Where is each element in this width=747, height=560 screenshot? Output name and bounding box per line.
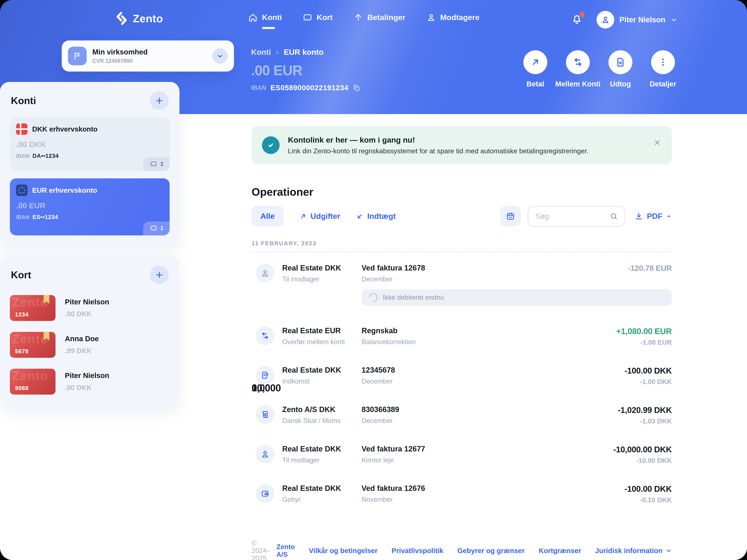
iban-label: IBAN bbox=[251, 84, 266, 91]
detaljer-button[interactable]: Detaljer bbox=[642, 50, 684, 88]
footer-link-privacy[interactable]: Privatlivspolitik bbox=[392, 547, 443, 555]
denmark-flag-icon bbox=[16, 124, 27, 135]
card-watermark: Zento bbox=[12, 332, 48, 346]
accounts-panel: Konti DKK erhvervskonto 12,500.00 DKK IB… bbox=[0, 82, 179, 246]
account-iban: IBAN ES••1234 bbox=[16, 214, 163, 220]
account-item-dkk[interactable]: DKK erhvervskonto 12,500.00 DKK IBAN DA•… bbox=[10, 117, 170, 171]
tx-amount: -120.78 EUR bbox=[584, 264, 672, 273]
filter-expenses-tab[interactable]: Udgifter bbox=[299, 212, 340, 221]
chevron-down-icon[interactable] bbox=[212, 48, 228, 64]
company-selector[interactable]: Min virksomhed CVR 124567890 bbox=[62, 41, 234, 72]
transaction-row[interactable]: Real Estate DKK Til modtager Ved faktura… bbox=[252, 435, 672, 464]
transaction-row[interactable]: Real Estate DKK Gebyr Ved faktura 12676 … bbox=[252, 475, 672, 504]
brand-logo[interactable]: Zento bbox=[115, 11, 163, 25]
footer: © 2024–2025 Zento A/S Vilkår og betingel… bbox=[252, 539, 672, 560]
search-input-wrapper bbox=[527, 206, 625, 226]
close-icon[interactable] bbox=[653, 138, 662, 147]
transfer-icon bbox=[566, 50, 590, 74]
card-thumbnail: Zento 9988 bbox=[10, 369, 55, 395]
tx-detail: Ved faktura 12677 bbox=[362, 445, 584, 453]
add-card-button[interactable] bbox=[150, 265, 169, 284]
iban-value: ES••1234 bbox=[32, 214, 58, 220]
app-window: Zento Konti Kort Betalinger bbox=[0, 0, 747, 560]
tx-amount: -10,000.00 DKK bbox=[584, 445, 672, 454]
filter-income-tab[interactable]: Indtægt bbox=[356, 212, 396, 221]
card-watermark: Zento bbox=[12, 295, 48, 309]
tx-detail: Ved faktura 12676 bbox=[362, 484, 584, 492]
account-balance: 1,000.00 EUR bbox=[251, 62, 360, 78]
iban-row: IBAN ES0589000022191234 bbox=[251, 84, 360, 92]
udtog-button[interactable]: Udtog bbox=[599, 50, 642, 88]
date-filter-button[interactable] bbox=[500, 206, 521, 226]
action-label: Betal bbox=[526, 80, 544, 88]
flag-icon bbox=[68, 47, 87, 65]
income-invoice-icon bbox=[256, 366, 275, 384]
breadcrumb: Konti › EUR konto bbox=[251, 48, 360, 57]
nav-label: Kort bbox=[317, 13, 333, 22]
nav-item-kort[interactable]: Kort bbox=[303, 12, 333, 22]
search-input[interactable] bbox=[535, 212, 609, 221]
tx-name: Real Estate DKK bbox=[282, 264, 362, 272]
mellem-konti-button[interactable]: Mellem Konti bbox=[557, 50, 599, 88]
zento-logo-icon bbox=[115, 11, 128, 25]
card-item-1234[interactable]: Zento 1234 Piter Nielson 10,000.00 DKK bbox=[10, 295, 170, 321]
copy-icon[interactable] bbox=[353, 84, 360, 92]
betal-button[interactable]: Betal bbox=[514, 50, 557, 88]
balance-fraction: .99 DKK bbox=[65, 347, 92, 355]
document-icon bbox=[609, 50, 633, 74]
filter-all-tab[interactable]: Alle bbox=[252, 206, 284, 226]
nav-item-konti[interactable]: Konti bbox=[248, 12, 282, 22]
card-thumbnail: Zento 1234 bbox=[10, 295, 55, 321]
page: Zento Konti Kort Betalinger bbox=[0, 0, 747, 560]
account-name: DKK erhvervskonto bbox=[32, 125, 98, 133]
filter-label: Udgifter bbox=[311, 212, 340, 221]
arrow-down-left-icon bbox=[356, 212, 364, 220]
card-item-5678[interactable]: Zento 5678 Anna Doe 0,00.99 DKK bbox=[10, 332, 170, 358]
breadcrumb-root[interactable]: Konti bbox=[251, 48, 271, 57]
pdf-label: PDF bbox=[647, 212, 663, 221]
footer-link-fees[interactable]: Gebyrer og grænser bbox=[457, 547, 525, 555]
footer-link-legal[interactable]: Juridisk information bbox=[595, 547, 672, 555]
tx-detail-sub: Balancekorrektion bbox=[362, 338, 584, 346]
transaction-row[interactable]: Real Estate DKK Indkomst 12345678 Decemb… bbox=[252, 356, 672, 385]
transaction-row[interactable]: Zento A/S DKK Dansk Skat / Moms 83036638… bbox=[252, 396, 672, 425]
balance-main: 0 bbox=[252, 382, 672, 394]
footer-link-card-limits[interactable]: Kortgrænser bbox=[539, 547, 581, 555]
company-name: Min virksomhed bbox=[92, 48, 212, 56]
tx-detail: 830366389 bbox=[362, 405, 584, 414]
iban-value: ES0589000022191234 bbox=[271, 84, 349, 92]
card-balance: 10,000.00 DKK bbox=[65, 309, 109, 318]
recipient-person-icon bbox=[256, 445, 275, 463]
add-account-button[interactable] bbox=[150, 91, 169, 110]
tx-detail-sub: November bbox=[362, 496, 584, 503]
account-item-eur-selected[interactable]: EUR erhvervskonto 1,000.00 EUR IBAN ES••… bbox=[10, 178, 170, 235]
tx-amount: -100.00 DKK bbox=[584, 484, 672, 494]
iban-value: DA••1234 bbox=[32, 153, 59, 159]
nav-item-betalinger[interactable]: Betalinger bbox=[353, 12, 405, 22]
notifications-bell-icon[interactable] bbox=[571, 13, 584, 26]
tx-detail-sub: Kontor leje bbox=[362, 456, 584, 464]
linked-cards-badge: 1 bbox=[143, 157, 170, 171]
transactions-list: Real Estate DKK Til modtager Ved faktura… bbox=[252, 255, 672, 504]
tx-amount-sub: -0.10 DKK bbox=[584, 496, 672, 504]
search-icon bbox=[609, 212, 618, 221]
card-balance: 0,00.99 DKK bbox=[65, 346, 99, 355]
transaction-row[interactable]: Real Estate DKK Til modtager Ved faktura… bbox=[252, 255, 672, 283]
account-iban: IBAN DA••1234 bbox=[16, 153, 163, 159]
balance-fraction: .00 EUR bbox=[16, 201, 46, 210]
tx-name: Real Estate DKK bbox=[282, 445, 362, 453]
breadcrumb-separator-icon: › bbox=[276, 48, 279, 56]
tax-percent-icon bbox=[256, 405, 275, 424]
nav-item-modtagere[interactable]: Modtagere bbox=[426, 12, 480, 22]
tx-amount-sub: -1.08 EUR bbox=[584, 339, 672, 346]
export-pdf-button[interactable]: PDF bbox=[635, 212, 672, 221]
transaction-row[interactable]: Real Estate EUR Overfør mellem konti Reg… bbox=[252, 317, 672, 346]
balance-fraction: .00 DKK bbox=[16, 140, 46, 149]
status-text: Ikke debiteret endnu bbox=[383, 294, 444, 301]
account-name: EUR erhvervskonto bbox=[32, 186, 97, 194]
card-count: 1 bbox=[160, 161, 163, 167]
card-number: 1234 bbox=[15, 311, 28, 318]
user-menu[interactable]: Piter Nielson bbox=[597, 11, 677, 28]
card-item-9988[interactable]: Zento 9988 Piter Nielson 0.00 DKK bbox=[10, 369, 170, 395]
footer-link-terms[interactable]: Vilkår og betingelser bbox=[309, 547, 378, 555]
